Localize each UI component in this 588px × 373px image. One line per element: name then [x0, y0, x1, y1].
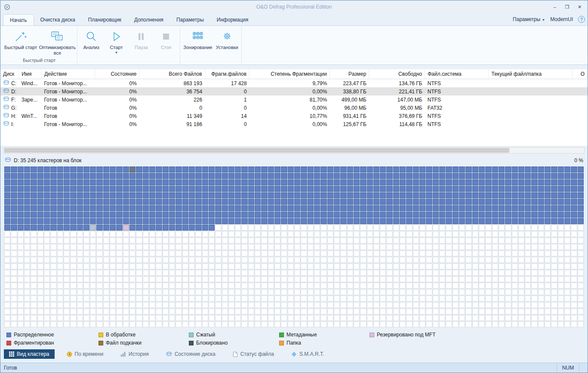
tab-cluster-view[interactable]: Вид кластера	[4, 349, 55, 359]
cluster-cell	[222, 186, 228, 192]
cluster-cell	[31, 205, 37, 211]
cluster-cell	[406, 289, 412, 295]
ribbon-tab-3[interactable]: Дополнения	[128, 14, 170, 25]
resize-grip[interactable]	[579, 363, 588, 373]
cluster-cell	[209, 179, 215, 185]
cluster-cell	[24, 257, 30, 263]
tab-disk-state[interactable]: Состояние диска	[161, 349, 221, 359]
cluster-cell	[123, 186, 129, 192]
cluster-cell	[545, 218, 551, 224]
column-header-2[interactable]: Действие	[41, 69, 95, 79]
table-row[interactable]: D:Готов - Монитор...0%36 75400,00%338,80…	[0, 87, 588, 96]
cluster-cell	[255, 199, 261, 205]
optimize-all-button[interactable]: Оптимизировать все	[39, 26, 76, 57]
table-row[interactable]: I:Готов - Монитор...0%91 18600,00%125,67…	[0, 120, 588, 128]
ribbon-tab-4[interactable]: Параметры	[170, 14, 210, 25]
cell-o	[573, 96, 588, 104]
cluster-cell	[564, 250, 570, 256]
help-icon[interactable]: ?	[578, 16, 585, 23]
parameters-dropdown[interactable]: Параметры ▼	[513, 16, 545, 22]
scrollbar-thumb[interactable]	[4, 148, 509, 153]
cluster-cell	[149, 225, 155, 231]
modernui-label[interactable]: ModernUI	[550, 16, 573, 22]
cluster-cell	[558, 212, 564, 218]
column-header-10[interactable]: Текущий файл/папка	[489, 69, 573, 79]
cluster-cell	[499, 192, 505, 198]
table-row[interactable]: F:Заре...Готов - Монитор...0%226181,70%4…	[0, 96, 588, 104]
cluster-cell	[525, 270, 531, 276]
tab-smart[interactable]: S.M.A.R.T.	[286, 349, 329, 359]
cluster-cell	[518, 218, 524, 224]
cluster-cell	[57, 218, 63, 224]
cluster-cell	[453, 276, 459, 282]
column-header-9[interactable]: Файл.система	[425, 69, 489, 79]
cluster-cell	[11, 257, 17, 263]
cluster-cell	[136, 192, 142, 198]
table-row[interactable]: G:Готов0%000,00%96,00 МБ95,00 МБFAT32	[0, 104, 588, 112]
cluster-cell	[149, 244, 155, 250]
cluster-cell	[360, 308, 366, 314]
cluster-cell	[37, 276, 43, 282]
table-row[interactable]: C:Wind...Готов - Монитор...0%863 19317 4…	[0, 79, 588, 88]
settings-button[interactable]: Установки	[214, 26, 240, 57]
cluster-cell	[209, 199, 215, 205]
cluster-cell	[558, 231, 564, 237]
column-header-1[interactable]: Имя	[19, 69, 42, 79]
legend-item: Распределенное	[6, 332, 99, 338]
column-header-5[interactable]: Фрагм.файлов	[205, 69, 249, 79]
column-header-6[interactable]: Степень Фрагментации	[249, 69, 330, 79]
cluster-cell	[281, 218, 287, 224]
horizontal-scrollbar[interactable]	[3, 147, 585, 154]
minimize-button[interactable]: –	[548, 2, 561, 12]
cluster-cell	[373, 186, 379, 192]
cluster-cell	[195, 173, 201, 179]
column-header-11[interactable]: О	[573, 69, 588, 79]
cluster-cell	[413, 166, 419, 173]
column-header-8[interactable]: Свободно	[369, 69, 425, 79]
cluster-cell	[301, 270, 307, 276]
cluster-cell	[11, 321, 17, 327]
tab-file-status[interactable]: Статус файла	[228, 349, 279, 359]
tab-by-time[interactable]: По времени	[62, 349, 109, 359]
cluster-cell	[156, 296, 162, 302]
analyze-button[interactable]: Анализ	[79, 26, 104, 57]
cluster-cell	[175, 225, 182, 231]
cluster-cell	[472, 270, 478, 276]
cluster-cell	[426, 225, 432, 231]
cluster-cell	[518, 302, 524, 308]
close-button[interactable]: ✕	[573, 2, 586, 12]
column-header-7[interactable]: Размер	[329, 69, 369, 79]
cluster-cell	[373, 166, 379, 173]
cluster-cell	[228, 302, 234, 308]
drive-icon	[3, 96, 9, 103]
cluster-cell	[77, 257, 83, 263]
cluster-cell	[149, 263, 155, 269]
cluster-cell	[235, 308, 241, 314]
cluster-cell	[274, 192, 280, 198]
restore-button[interactable]: ❐	[561, 2, 573, 12]
cluster-cell	[83, 179, 89, 185]
ribbon-tab-2[interactable]: Планировщик	[82, 14, 128, 25]
cluster-cell	[465, 321, 471, 327]
column-header-3[interactable]: Состояние	[95, 69, 139, 79]
ribbon-tab-5[interactable]: Информация	[210, 14, 255, 25]
ribbon-tab-1[interactable]: Очистка диска	[34, 14, 82, 25]
start-button[interactable]: Старт▼	[104, 26, 129, 57]
ribbon-tab-0[interactable]: Начать	[3, 14, 34, 26]
table-row[interactable]: H:WinT...Готов0%11 3491410,77%931,41 ГБ3…	[0, 112, 588, 120]
cluster-cell	[110, 192, 116, 198]
cluster-cell	[386, 250, 392, 256]
cluster-cell	[274, 263, 280, 269]
cluster-cell	[195, 186, 201, 192]
cluster-cell	[571, 257, 577, 263]
quick-start-button[interactable]: Быстрый старт	[3, 26, 39, 57]
tab-history[interactable]: История	[115, 349, 154, 359]
column-header-0[interactable]: Диск	[0, 69, 19, 79]
cluster-cell	[525, 205, 531, 211]
column-header-4[interactable]: Всего Файлов	[139, 69, 205, 79]
cluster-cell	[156, 257, 162, 263]
disk-table: ДискИмяДействиеСостояниеВсего ФайловФраг…	[0, 69, 588, 128]
cluster-cell	[301, 257, 307, 263]
app-logo-icon[interactable]	[4, 4, 10, 10]
zoning-button[interactable]: Зонирование	[182, 26, 214, 57]
